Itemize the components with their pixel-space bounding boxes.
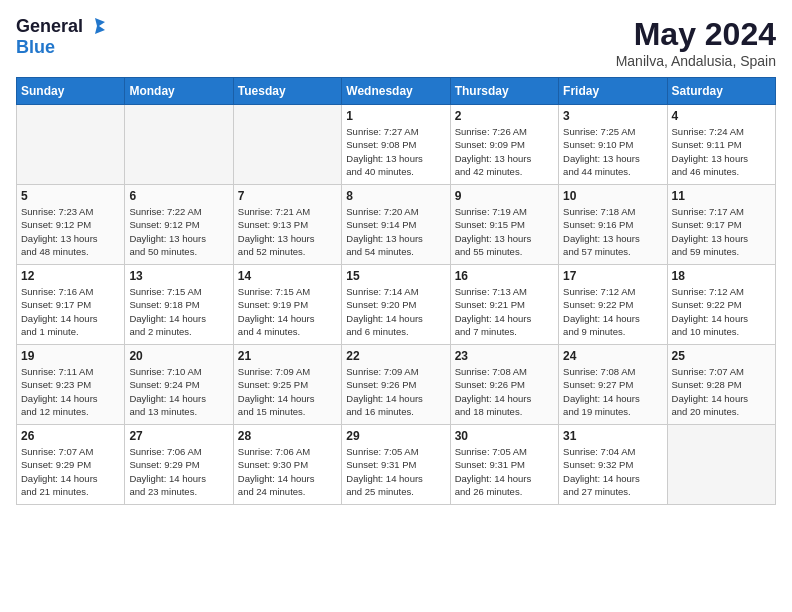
day-number: 3	[563, 109, 662, 123]
day-number: 19	[21, 349, 120, 363]
header: General Blue May 2024 Manilva, Andalusia…	[16, 16, 776, 69]
header-row: SundayMondayTuesdayWednesdayThursdayFrid…	[17, 78, 776, 105]
day-number: 10	[563, 189, 662, 203]
day-number: 30	[455, 429, 554, 443]
day-info: Sunrise: 7:10 AM Sunset: 9:24 PM Dayligh…	[129, 365, 228, 418]
weekday-header-wednesday: Wednesday	[342, 78, 450, 105]
day-info: Sunrise: 7:25 AM Sunset: 9:10 PM Dayligh…	[563, 125, 662, 178]
calendar-cell: 3Sunrise: 7:25 AM Sunset: 9:10 PM Daylig…	[559, 105, 667, 185]
day-number: 21	[238, 349, 337, 363]
day-number: 22	[346, 349, 445, 363]
title-area: May 2024 Manilva, Andalusia, Spain	[616, 16, 776, 69]
day-info: Sunrise: 7:24 AM Sunset: 9:11 PM Dayligh…	[672, 125, 771, 178]
calendar-cell: 5Sunrise: 7:23 AM Sunset: 9:12 PM Daylig…	[17, 185, 125, 265]
calendar-week-5: 26Sunrise: 7:07 AM Sunset: 9:29 PM Dayli…	[17, 425, 776, 505]
logo: General Blue	[16, 16, 105, 57]
calendar-cell: 10Sunrise: 7:18 AM Sunset: 9:16 PM Dayli…	[559, 185, 667, 265]
calendar-cell	[233, 105, 341, 185]
weekday-header-tuesday: Tuesday	[233, 78, 341, 105]
day-info: Sunrise: 7:08 AM Sunset: 9:27 PM Dayligh…	[563, 365, 662, 418]
day-number: 1	[346, 109, 445, 123]
day-number: 9	[455, 189, 554, 203]
calendar-cell: 21Sunrise: 7:09 AM Sunset: 9:25 PM Dayli…	[233, 345, 341, 425]
day-info: Sunrise: 7:14 AM Sunset: 9:20 PM Dayligh…	[346, 285, 445, 338]
day-info: Sunrise: 7:27 AM Sunset: 9:08 PM Dayligh…	[346, 125, 445, 178]
calendar-week-1: 1Sunrise: 7:27 AM Sunset: 9:08 PM Daylig…	[17, 105, 776, 185]
calendar-cell	[667, 425, 775, 505]
calendar-cell: 20Sunrise: 7:10 AM Sunset: 9:24 PM Dayli…	[125, 345, 233, 425]
day-info: Sunrise: 7:15 AM Sunset: 9:18 PM Dayligh…	[129, 285, 228, 338]
calendar-cell: 27Sunrise: 7:06 AM Sunset: 9:29 PM Dayli…	[125, 425, 233, 505]
day-number: 7	[238, 189, 337, 203]
logo-blue: Blue	[16, 37, 55, 58]
calendar-cell	[125, 105, 233, 185]
day-info: Sunrise: 7:07 AM Sunset: 9:29 PM Dayligh…	[21, 445, 120, 498]
calendar-cell: 16Sunrise: 7:13 AM Sunset: 9:21 PM Dayli…	[450, 265, 558, 345]
day-number: 12	[21, 269, 120, 283]
calendar-cell: 7Sunrise: 7:21 AM Sunset: 9:13 PM Daylig…	[233, 185, 341, 265]
day-info: Sunrise: 7:09 AM Sunset: 9:26 PM Dayligh…	[346, 365, 445, 418]
calendar-cell: 30Sunrise: 7:05 AM Sunset: 9:31 PM Dayli…	[450, 425, 558, 505]
logo-bird-icon	[85, 16, 105, 36]
day-info: Sunrise: 7:12 AM Sunset: 9:22 PM Dayligh…	[563, 285, 662, 338]
day-info: Sunrise: 7:20 AM Sunset: 9:14 PM Dayligh…	[346, 205, 445, 258]
day-number: 15	[346, 269, 445, 283]
weekday-header-sunday: Sunday	[17, 78, 125, 105]
day-number: 31	[563, 429, 662, 443]
day-number: 23	[455, 349, 554, 363]
calendar-week-3: 12Sunrise: 7:16 AM Sunset: 9:17 PM Dayli…	[17, 265, 776, 345]
calendar-cell: 15Sunrise: 7:14 AM Sunset: 9:20 PM Dayli…	[342, 265, 450, 345]
day-info: Sunrise: 7:04 AM Sunset: 9:32 PM Dayligh…	[563, 445, 662, 498]
day-info: Sunrise: 7:18 AM Sunset: 9:16 PM Dayligh…	[563, 205, 662, 258]
day-info: Sunrise: 7:12 AM Sunset: 9:22 PM Dayligh…	[672, 285, 771, 338]
day-number: 8	[346, 189, 445, 203]
day-info: Sunrise: 7:19 AM Sunset: 9:15 PM Dayligh…	[455, 205, 554, 258]
day-number: 16	[455, 269, 554, 283]
day-info: Sunrise: 7:09 AM Sunset: 9:25 PM Dayligh…	[238, 365, 337, 418]
day-number: 26	[21, 429, 120, 443]
calendar-cell: 11Sunrise: 7:17 AM Sunset: 9:17 PM Dayli…	[667, 185, 775, 265]
day-number: 29	[346, 429, 445, 443]
weekday-header-monday: Monday	[125, 78, 233, 105]
day-number: 4	[672, 109, 771, 123]
day-number: 27	[129, 429, 228, 443]
day-number: 18	[672, 269, 771, 283]
day-info: Sunrise: 7:11 AM Sunset: 9:23 PM Dayligh…	[21, 365, 120, 418]
day-info: Sunrise: 7:23 AM Sunset: 9:12 PM Dayligh…	[21, 205, 120, 258]
calendar-table: SundayMondayTuesdayWednesdayThursdayFrid…	[16, 77, 776, 505]
day-number: 20	[129, 349, 228, 363]
day-info: Sunrise: 7:06 AM Sunset: 9:30 PM Dayligh…	[238, 445, 337, 498]
location: Manilva, Andalusia, Spain	[616, 53, 776, 69]
calendar-cell: 4Sunrise: 7:24 AM Sunset: 9:11 PM Daylig…	[667, 105, 775, 185]
svg-marker-0	[95, 18, 105, 34]
calendar-cell: 25Sunrise: 7:07 AM Sunset: 9:28 PM Dayli…	[667, 345, 775, 425]
day-number: 2	[455, 109, 554, 123]
day-info: Sunrise: 7:05 AM Sunset: 9:31 PM Dayligh…	[346, 445, 445, 498]
day-number: 14	[238, 269, 337, 283]
day-info: Sunrise: 7:16 AM Sunset: 9:17 PM Dayligh…	[21, 285, 120, 338]
calendar-cell: 6Sunrise: 7:22 AM Sunset: 9:12 PM Daylig…	[125, 185, 233, 265]
day-number: 6	[129, 189, 228, 203]
weekday-header-saturday: Saturday	[667, 78, 775, 105]
calendar-cell: 23Sunrise: 7:08 AM Sunset: 9:26 PM Dayli…	[450, 345, 558, 425]
day-number: 13	[129, 269, 228, 283]
day-info: Sunrise: 7:08 AM Sunset: 9:26 PM Dayligh…	[455, 365, 554, 418]
calendar-cell: 17Sunrise: 7:12 AM Sunset: 9:22 PM Dayli…	[559, 265, 667, 345]
day-info: Sunrise: 7:13 AM Sunset: 9:21 PM Dayligh…	[455, 285, 554, 338]
weekday-header-friday: Friday	[559, 78, 667, 105]
day-number: 11	[672, 189, 771, 203]
day-info: Sunrise: 7:06 AM Sunset: 9:29 PM Dayligh…	[129, 445, 228, 498]
logo-general: General	[16, 16, 83, 37]
calendar-cell: 28Sunrise: 7:06 AM Sunset: 9:30 PM Dayli…	[233, 425, 341, 505]
day-number: 24	[563, 349, 662, 363]
calendar-cell: 31Sunrise: 7:04 AM Sunset: 9:32 PM Dayli…	[559, 425, 667, 505]
calendar-week-4: 19Sunrise: 7:11 AM Sunset: 9:23 PM Dayli…	[17, 345, 776, 425]
day-number: 5	[21, 189, 120, 203]
calendar-cell: 13Sunrise: 7:15 AM Sunset: 9:18 PM Dayli…	[125, 265, 233, 345]
day-info: Sunrise: 7:22 AM Sunset: 9:12 PM Dayligh…	[129, 205, 228, 258]
calendar-cell: 12Sunrise: 7:16 AM Sunset: 9:17 PM Dayli…	[17, 265, 125, 345]
day-info: Sunrise: 7:21 AM Sunset: 9:13 PM Dayligh…	[238, 205, 337, 258]
month-title: May 2024	[616, 16, 776, 53]
calendar-cell: 2Sunrise: 7:26 AM Sunset: 9:09 PM Daylig…	[450, 105, 558, 185]
calendar-week-2: 5Sunrise: 7:23 AM Sunset: 9:12 PM Daylig…	[17, 185, 776, 265]
